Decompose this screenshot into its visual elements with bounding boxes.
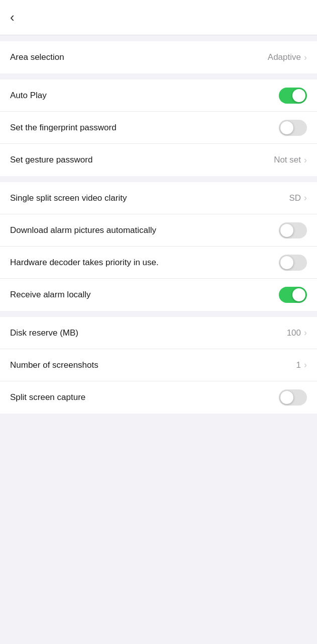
split-screen-capture-row: Split screen capture [0, 381, 317, 414]
number-of-screenshots-right: 1› [296, 360, 307, 370]
disk-reserve-row[interactable]: Disk reserve (MB)100› [0, 317, 317, 349]
single-split-clarity-label: Single split screen video clarity [10, 193, 127, 203]
area-selection-row[interactable]: Area selectionAdaptive› [0, 41, 317, 73]
split-screen-capture-toggle-thumb [280, 391, 293, 404]
number-of-screenshots-value: 1 [296, 360, 301, 370]
single-split-clarity-value: SD [289, 193, 301, 203]
download-alarm-pictures-toggle-thumb [280, 224, 293, 237]
hardware-decoder-toggle-thumb [280, 256, 293, 269]
auto-play-row: Auto Play [0, 79, 317, 112]
hardware-decoder-toggle-track [279, 255, 307, 271]
fingerprint-password-toggle-track [279, 120, 307, 136]
section-area: Area selectionAdaptive› [0, 41, 317, 73]
back-button[interactable]: ‹ [10, 10, 15, 25]
auto-play-right [279, 88, 307, 104]
download-alarm-pictures-label: Download alarm pictures automatically [10, 225, 156, 235]
fingerprint-password-right [279, 120, 307, 136]
split-screen-capture-right [279, 389, 307, 406]
download-alarm-pictures-right [279, 222, 307, 238]
fingerprint-password-toggle-thumb [280, 121, 293, 134]
auto-play-toggle-thumb [292, 89, 305, 102]
header: ‹ [0, 0, 317, 35]
receive-alarm-locally-toggle-thumb [292, 288, 305, 301]
hardware-decoder-right [279, 255, 307, 271]
gesture-password-right: Not set› [274, 155, 307, 166]
receive-alarm-locally-row: Receive alarm locally [0, 279, 317, 311]
area-selection-label: Area selection [10, 52, 64, 62]
download-alarm-pictures-toggle[interactable] [279, 222, 307, 238]
disk-reserve-label: Disk reserve (MB) [10, 328, 78, 338]
hardware-decoder-row: Hardware decoder takes priority in use. [0, 247, 317, 279]
receive-alarm-locally-label: Receive alarm locally [10, 290, 91, 300]
auto-play-label: Auto Play [10, 91, 47, 101]
hardware-decoder-label: Hardware decoder takes priority in use. [10, 258, 159, 268]
gesture-password-label: Set gesture password [10, 155, 92, 165]
number-of-screenshots-label: Number of screenshots [10, 360, 98, 370]
number-of-screenshots-row[interactable]: Number of screenshots1› [0, 349, 317, 381]
auto-play-toggle-track [279, 88, 307, 104]
receive-alarm-locally-toggle-track [279, 287, 307, 303]
disk-reserve-right: 100› [287, 328, 307, 338]
download-alarm-pictures-toggle-track [279, 222, 307, 238]
gesture-password-row[interactable]: Set gesture passwordNot set› [0, 144, 317, 176]
split-screen-capture-toggle-track [279, 389, 307, 406]
section-playback: Auto PlaySet the fingerprint passwordSet… [0, 79, 317, 176]
fingerprint-password-label: Set the fingerprint password [10, 123, 117, 133]
hardware-decoder-toggle[interactable] [279, 255, 307, 271]
auto-play-toggle[interactable] [279, 88, 307, 104]
section-video: Single split screen video claritySD›Down… [0, 182, 317, 311]
gesture-password-chevron-icon: › [304, 155, 307, 166]
single-split-clarity-row[interactable]: Single split screen video claritySD› [0, 182, 317, 214]
number-of-screenshots-chevron-icon: › [304, 360, 307, 370]
fingerprint-password-row: Set the fingerprint password [0, 112, 317, 144]
disk-reserve-chevron-icon: › [304, 328, 307, 338]
fingerprint-password-toggle[interactable] [279, 120, 307, 136]
split-screen-capture-label: Split screen capture [10, 392, 85, 403]
area-selection-value: Adaptive [268, 52, 301, 62]
disk-reserve-value: 100 [287, 328, 301, 338]
single-split-clarity-chevron-icon: › [304, 193, 307, 203]
gesture-password-value: Not set [274, 155, 301, 165]
receive-alarm-locally-toggle[interactable] [279, 287, 307, 303]
area-selection-chevron-icon: › [304, 52, 307, 63]
download-alarm-pictures-row: Download alarm pictures automatically [0, 214, 317, 247]
area-selection-right: Adaptive› [268, 52, 307, 63]
receive-alarm-locally-right [279, 287, 307, 303]
split-screen-capture-toggle[interactable] [279, 389, 307, 406]
section-storage: Disk reserve (MB)100›Number of screensho… [0, 317, 317, 414]
single-split-clarity-right: SD› [289, 193, 307, 203]
